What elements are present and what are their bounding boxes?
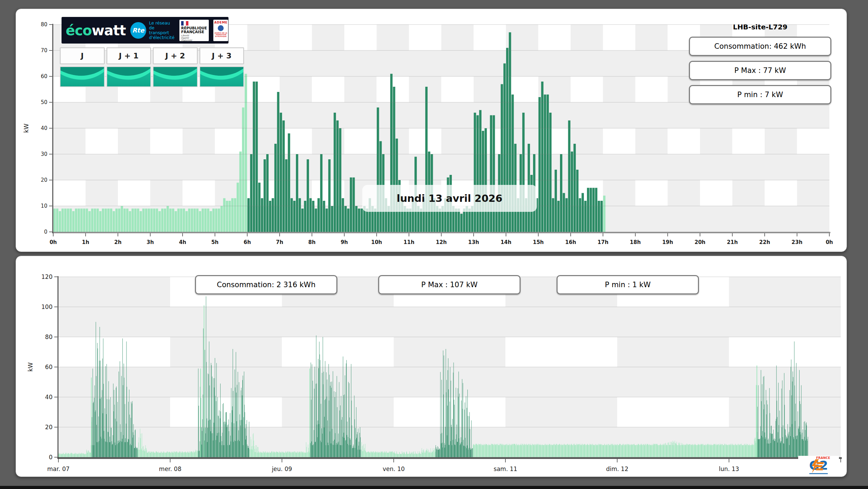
weekly-pmin-value: P min : 1 kW [605,281,651,289]
svg-text:40: 40 [45,394,53,401]
daily-consumption-badge: Consommation: 462 kWh [689,37,831,56]
daily-chart-panel: 0h1h2h3h4h5h6h7h8h9h10h11h12h13h14h15h16… [16,9,847,252]
date-label: lundi 13 avril 2026 [362,185,537,212]
svg-text:17h: 17h [598,239,609,245]
svg-text:4h: 4h [179,239,186,245]
svg-text:80: 80 [45,333,53,340]
svg-text:20: 20 [45,424,53,431]
weekly-pmax-value: P Max : 107 kW [421,281,478,289]
day-button-j-plus-3[interactable]: J + 3 [199,47,244,64]
ademe-globe-icon [218,25,224,31]
svg-text:lun. 13: lun. 13 [719,466,739,472]
daily-pmax-value: P Max : 77 kW [734,66,786,75]
rte-circle-icon: Rte [130,22,147,39]
g2e-logo: G2 FRANCE [798,456,839,475]
svg-text:60: 60 [41,73,47,79]
svg-text:3h: 3h [147,239,154,245]
svg-text:5h: 5h [211,239,218,245]
day-button-j[interactable]: J [60,47,105,64]
weekly-chart-panel: mar. 07mer. 08jeu. 09ven. 10sam. 11dim. … [16,256,847,477]
svg-text:dim. 12: dim. 12 [606,466,628,472]
svg-text:8h: 8h [308,239,316,245]
weekly-pmax-badge: P Max : 107 kW [378,275,521,294]
republique-text: RÉPUBLIQUEFRANÇAISE [181,26,207,34]
ecowatt-signal-1 [106,66,151,87]
svg-text:sam. 11: sam. 11 [494,466,517,472]
ecowatt-wordmark: écowatt [66,23,126,37]
svg-text:10h: 10h [371,239,382,245]
svg-text:50: 50 [41,99,47,105]
svg-text:30: 30 [41,151,47,157]
svg-text:11h: 11h [403,239,414,245]
daily-pmax-badge: P Max : 77 kW [689,61,831,80]
svg-text:80: 80 [41,21,47,28]
g2e-tagline [809,473,828,474]
daily-pmin-badge: P min : 7 kW [689,85,831,104]
g2e-bolt-icon [810,459,825,473]
weekly-consumption-badge: Consommation: 2 316 kWh [195,275,337,294]
svg-text:jeu. 09: jeu. 09 [271,466,292,472]
day-button-j-plus-1[interactable]: J + 1 [106,47,151,64]
svg-text:0: 0 [44,229,47,235]
daily-pmin-value: P min : 7 kW [737,91,783,99]
svg-text:kW: kW [23,123,30,133]
svg-text:14h: 14h [501,239,512,245]
svg-text:6h: 6h [244,239,251,245]
dashboard: 0h1h2h3h4h5h6h7h8h9h10h11h12h13h14h15h16… [0,0,868,489]
svg-text:40: 40 [41,125,47,131]
svg-text:15h: 15h [533,239,544,245]
svg-text:13h: 13h [468,239,479,245]
rte-tagline: Le réseaude transportd'électricité [149,21,175,40]
svg-text:23h: 23h [792,239,803,245]
svg-text:10: 10 [41,203,47,209]
svg-text:2h: 2h [114,239,122,245]
ecowatt-rte-logo: écowatt Rte Le réseaude transportd'élect… [62,17,228,44]
svg-text:mar. 07: mar. 07 [47,466,70,472]
svg-text:16h: 16h [565,239,576,245]
g2e-france-label: FRANCE [816,456,830,460]
svg-text:120: 120 [41,273,53,280]
svg-text:7h: 7h [276,239,283,245]
screen-edge [0,486,868,489]
site-title: LHB-site-L729 [689,23,831,31]
day-selector: JJ + 1J + 2J + 3 [60,47,244,87]
svg-text:0: 0 [49,454,53,461]
republique-francaise-emblem: RÉPUBLIQUEFRANÇAISE LibertéÉgalitéFrater… [179,20,209,41]
svg-text:100: 100 [41,303,53,310]
svg-text:21h: 21h [727,239,738,245]
svg-text:22h: 22h [759,239,770,245]
weekly-pmin-badge: P min : 1 kW [557,275,699,294]
svg-text:19h: 19h [662,239,673,245]
weekly-consumption-value: Consommation: 2 316 kWh [217,281,315,289]
rte-logo: Rte Le réseaude transportd'électricité [130,21,175,40]
ecowatt-signal-3 [199,66,244,87]
svg-text:20: 20 [41,177,47,183]
svg-text:0h: 0h [826,239,833,245]
svg-text:18h: 18h [630,239,641,245]
svg-text:12h: 12h [436,239,447,245]
svg-text:9h: 9h [340,239,348,245]
ademe-logo: ADEME AGENCE DE LA TRANSITION ÉCOLOGIQUE [213,20,228,41]
motto-text: LibertéÉgalitéFraternité [181,35,207,42]
french-flag-icon [181,21,207,26]
svg-text:mer. 08: mer. 08 [159,466,181,472]
svg-text:20h: 20h [694,239,706,245]
ecowatt-signal-0 [60,66,105,87]
svg-text:1h: 1h [82,239,89,245]
svg-text:70: 70 [41,47,47,54]
svg-text:0h: 0h [49,239,57,245]
svg-text:60: 60 [45,364,53,370]
ecowatt-signal-2 [153,66,198,87]
daily-consumption-value: Consommation: 462 kWh [714,42,806,50]
day-button-j-plus-2[interactable]: J + 2 [153,47,198,64]
svg-text:kW: kW [27,362,34,372]
svg-text:ven. 10: ven. 10 [383,466,405,472]
